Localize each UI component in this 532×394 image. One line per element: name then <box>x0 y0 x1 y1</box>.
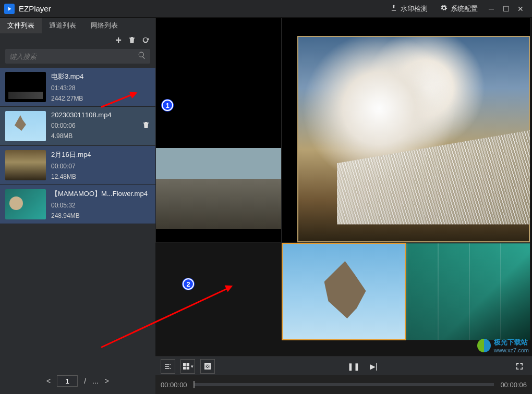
file-item[interactable]: 202303011108.mp400:00:064.98MB <box>0 107 155 146</box>
gear-icon <box>440 4 448 13</box>
file-item[interactable]: 电影3.mp401:43:282442.27MB <box>0 68 155 107</box>
stage: 1 2 极光下载站 www.xz7.com <box>155 18 532 394</box>
app-title: EZPlayer <box>19 4 51 13</box>
tab-channel-list[interactable]: 通道列表 <box>42 18 83 33</box>
sidebar: 文件列表 通道列表 网络列表 + 电影3.mp401:43:282442.27M… <box>0 18 155 394</box>
watermark-text: 极光下载站 <box>494 338 529 347</box>
file-list: 电影3.mp401:43:282442.27MB202303011108.mp4… <box>0 68 155 368</box>
video-cell-bottom-right[interactable] <box>406 243 530 340</box>
timeline-end: 00:00:06 <box>500 381 527 389</box>
sidebar-actions: + <box>0 33 155 47</box>
refresh-icon[interactable] <box>141 35 150 45</box>
annotation-circle-2: 2 <box>183 278 194 290</box>
search-box[interactable] <box>5 49 150 64</box>
file-size: 2442.27MB <box>51 95 150 102</box>
system-settings-button[interactable]: 系统配置 <box>434 0 484 18</box>
video-cell-top-right[interactable] <box>282 18 530 243</box>
watermark-detect-label: 水印检测 <box>401 4 428 14</box>
file-meta: 【MAMAMOO】M...Flower.mp400:05:32248.94MB <box>51 189 150 219</box>
delete-all-icon[interactable] <box>127 35 137 45</box>
timeline[interactable]: 00:00:00 00:00:06 <box>155 375 532 394</box>
file-item[interactable]: 2月16日.mp400:00:0712.48MB <box>0 146 155 185</box>
file-item[interactable]: 【MAMAMOO】M...Flower.mp400:05:32248.94MB <box>0 185 155 224</box>
file-thumbnail <box>5 189 46 219</box>
file-size: 12.48MB <box>51 173 150 180</box>
video-cell-top-left[interactable] <box>155 18 282 243</box>
next-frame-button[interactable]: ▶| <box>366 359 381 374</box>
timeline-start: 00:00:00 <box>161 381 187 389</box>
pager-sep: / <box>84 377 86 385</box>
file-name: 2月16日.mp4 <box>51 150 150 159</box>
window-maximize-button[interactable]: ☐ <box>499 0 513 18</box>
file-meta: 202303011108.mp400:00:064.98MB <box>51 111 137 141</box>
annotation-arrowhead-2 <box>225 282 235 292</box>
file-duration: 01:43:28 <box>51 84 150 92</box>
file-thumbnail <box>5 150 46 180</box>
titlebar: EZPlayer 水印检测 系统配置 ─ ☐ ✕ <box>0 0 532 18</box>
watermark-detect-button[interactable]: 水印检测 <box>384 0 434 18</box>
playlist-toggle-button[interactable] <box>161 359 175 374</box>
file-duration: 00:00:07 <box>51 163 150 170</box>
grid-layout-button[interactable]: ▾ <box>180 359 195 374</box>
add-icon[interactable]: + <box>114 35 123 45</box>
system-settings-label: 系统配置 <box>451 4 478 14</box>
file-name: 202303011108.mp4 <box>51 111 137 119</box>
file-thumbnail <box>5 72 46 102</box>
pager-total: ... <box>92 377 99 385</box>
file-name: 电影3.mp4 <box>51 72 150 81</box>
playback-controls: ▾ ❚❚ ▶| <box>155 356 532 375</box>
pager: < / ... > <box>0 368 155 394</box>
main-area: 文件列表 通道列表 网络列表 + 电影3.mp401:43:282442.27M… <box>0 18 532 394</box>
timeline-track[interactable] <box>194 383 494 386</box>
pager-next-icon[interactable]: > <box>105 377 109 385</box>
fullscreen-button[interactable] <box>512 359 527 374</box>
sidebar-tabs: 文件列表 通道列表 网络列表 <box>0 18 155 33</box>
delete-file-icon[interactable] <box>142 121 150 131</box>
video-grid: 1 2 极光下载站 www.xz7.com <box>155 18 532 356</box>
watermark-logo-icon <box>477 339 491 352</box>
file-meta: 2月16日.mp400:00:0712.48MB <box>51 150 150 180</box>
tab-file-list[interactable]: 文件列表 <box>0 18 42 33</box>
close-view-button[interactable] <box>200 359 215 374</box>
file-meta: 电影3.mp401:43:282442.27MB <box>51 72 150 102</box>
file-duration: 00:00:06 <box>51 122 137 129</box>
search-input[interactable] <box>9 53 138 60</box>
upload-icon <box>390 4 397 13</box>
file-name: 【MAMAMOO】M...Flower.mp4 <box>51 189 150 199</box>
search-icon[interactable] <box>138 51 146 61</box>
file-size: 4.98MB <box>51 132 137 140</box>
window-close-button[interactable]: ✕ <box>513 0 528 18</box>
pager-prev-icon[interactable]: < <box>46 377 51 385</box>
window-minimize-button[interactable]: ─ <box>484 0 499 18</box>
site-watermark: 极光下载站 www.xz7.com <box>477 338 529 353</box>
pause-button[interactable]: ❚❚ <box>346 359 361 374</box>
pager-page-input[interactable] <box>57 375 78 387</box>
file-size: 248.94MB <box>51 212 150 219</box>
file-duration: 00:05:32 <box>51 202 150 209</box>
app-logo <box>4 4 15 14</box>
tab-network-list[interactable]: 网络列表 <box>83 18 125 33</box>
file-thumbnail <box>5 111 46 141</box>
video-cell-bottom-left[interactable] <box>282 243 406 340</box>
watermark-url: www.xz7.com <box>494 347 529 353</box>
